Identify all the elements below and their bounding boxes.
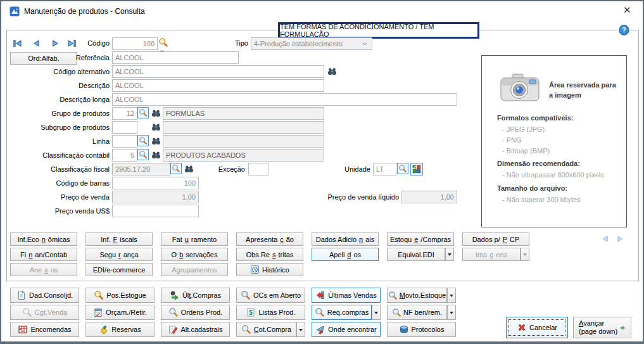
tab-apelidos[interactable]: Apelidos (312, 248, 379, 261)
clock-icon (250, 265, 260, 274)
nf-ben-rem-button[interactable]: NF ben/rem. (387, 305, 447, 320)
codigo-alternativo-field[interactable]: ÁLCOOL (112, 65, 324, 78)
close-icon[interactable]: ✕ (623, 4, 631, 16)
ordens-prod-button[interactable]: Ordens Prod. (161, 305, 230, 320)
format-item: - Bitmap (BMP) (502, 147, 550, 155)
preco-venda-usd-label: Preço venda US$ (10, 207, 110, 217)
linha-label: Linha (10, 137, 110, 148)
search-icon (94, 290, 104, 300)
linha-desc-field (163, 135, 324, 148)
format-item: - JPEG (JPG) (502, 125, 545, 133)
req-compras-button[interactable]: Req.compras (312, 305, 372, 320)
codigo-alternativo-label: Código alternativo (10, 68, 110, 78)
excecao-field[interactable] (248, 163, 268, 175)
cot-compra-button[interactable]: Cot.Compra (236, 322, 296, 337)
classificacao-fiscal-field[interactable]: 2905.17.20 (112, 163, 170, 175)
search-icon (168, 307, 179, 317)
binoculars-icon[interactable] (151, 136, 161, 148)
descricao-label: Descrição (10, 82, 110, 92)
codigo-label: Código (10, 39, 110, 49)
grupo-label: Grupo de produtos (10, 110, 110, 120)
linha-lookup-button[interactable] (137, 135, 149, 146)
codigo-lookup-icon[interactable] (158, 37, 168, 49)
preco-venda-liquido-label: Preço de venda líquido (299, 193, 399, 203)
onde-encontrar-button[interactable]: Onde encontrar (312, 322, 381, 337)
classificacao-contabil-code-field[interactable]: 5 (112, 149, 137, 162)
classificacao-fiscal-lookup-button[interactable] (170, 163, 182, 174)
descricao-longa-label: Descrição longa (10, 96, 110, 106)
listas-prod-button[interactable]: Listas Prod. (236, 305, 305, 320)
tab-historico-label: Histórico (262, 266, 289, 274)
tab-agrupamentos: Agrupamentos (161, 263, 228, 276)
cancel-button[interactable]: Cancelar (506, 317, 568, 338)
window-title: Manutenção de produtos - Consulta (24, 7, 145, 16)
tab-historico[interactable]: Histórico (236, 263, 303, 276)
dad-consolid-button[interactable]: Dad.Consolid. (10, 288, 79, 303)
dollar-icon (246, 307, 256, 317)
tab-obs-restritas[interactable]: Obs.Restritas (236, 248, 303, 261)
tab-observacoes[interactable]: Observações (161, 248, 228, 261)
binoculars-icon[interactable] (151, 150, 161, 162)
unidade-field[interactable]: LT (373, 163, 396, 175)
descricao-field[interactable]: ÁLCOOL (112, 79, 324, 92)
search-icon (392, 308, 401, 317)
search-icon (315, 307, 325, 317)
subgrupo-code-field[interactable] (112, 121, 137, 134)
equival-edi-dropdown-icon[interactable] (445, 248, 454, 261)
unit-convert-icon[interactable] (410, 163, 423, 175)
tab-inf-economicas[interactable]: Inf.Econômicas (10, 233, 77, 246)
protocolos-button[interactable]: Protocolos (387, 322, 456, 337)
tipo-select[interactable]: 4-Produção estabelecimento (251, 37, 372, 50)
tab-dados-adicionais[interactable]: Dados Adicionais (312, 233, 379, 246)
linha-code-field[interactable] (112, 135, 137, 148)
tab-seguranca[interactable]: Segurança (85, 248, 153, 261)
unidade-lookup-button[interactable] (397, 163, 408, 174)
binoculars-icon[interactable] (184, 163, 194, 175)
codigo-field[interactable]: 100 (112, 37, 158, 50)
pos-estoque-button[interactable]: Pos.Estoque (85, 288, 155, 303)
alt-cadastrais-button[interactable]: Alt.cadastrais (161, 322, 230, 337)
tab-apresentacao[interactable]: Apresentação (236, 233, 303, 246)
chevron-down-icon (360, 39, 369, 48)
advance-button[interactable]: Avançar (page down) (573, 317, 631, 338)
reservas-button[interactable]: Reservas (85, 322, 155, 337)
descricao-longa-field[interactable]: ÁLCOOL (112, 93, 457, 106)
grupo-code-field[interactable]: 12 (112, 107, 137, 120)
tab-inf-fiscais[interactable]: Inf.Fiscais (85, 233, 153, 246)
codigo-barras-field[interactable]: 100 (112, 177, 199, 189)
tab-faturamento[interactable]: Faturamento (161, 233, 228, 246)
tab-anexos: Anexos (10, 263, 77, 276)
image-prev-icon (600, 234, 610, 245)
cot-compra-dropdown-icon[interactable] (296, 322, 305, 337)
preco-venda-usd-field[interactable] (112, 205, 199, 217)
ult-compras-button[interactable]: Últ.Compras (161, 288, 230, 303)
movto-estoque-button[interactable]: Movto.Estoque (387, 288, 447, 303)
cot-venda-button: Cot.Venda (10, 305, 79, 320)
tab-edi-ecommerce[interactable]: EDI/e-commerce (85, 263, 153, 276)
nf-ben-rem-dropdown-icon[interactable] (447, 305, 456, 320)
advance-button-label: Avançar (page down) (579, 319, 617, 336)
search-icon (241, 324, 251, 334)
binoculars-icon[interactable] (151, 108, 161, 120)
tab-finan-contab[interactable]: Finan/Contab (10, 248, 77, 261)
tab-dados-pcp[interactable]: Dados p/PCP (462, 233, 529, 246)
green-advance-icon (620, 322, 626, 333)
classificacao-contabil-lookup-button[interactable] (137, 149, 149, 160)
grupo-lookup-button[interactable] (137, 107, 149, 118)
tab-estoque-compras[interactable]: Estoque/Compras (387, 233, 454, 246)
search-icon (22, 307, 32, 317)
ocs-em-aberto-button[interactable]: OCs em Aberto (236, 288, 305, 303)
binoculars-icon[interactable] (327, 66, 338, 78)
help-icon[interactable] (618, 24, 630, 37)
binoculars-icon[interactable] (151, 122, 161, 134)
referencia-field[interactable]: ÁLCOOL (112, 51, 239, 64)
encomendas-button[interactable]: Encomendas (10, 322, 79, 337)
req-compras-dropdown-icon[interactable] (372, 305, 381, 320)
size-item: - Não superar 300 kbytes (502, 196, 581, 203)
ultimas-vendas-button[interactable]: Últimas Vendas (312, 288, 381, 303)
tab-equival-edi[interactable]: Equival.EDI (387, 248, 445, 261)
movto-estoque-dropdown-icon[interactable] (447, 288, 456, 303)
orcam-retir-button[interactable]: Orçam./Retir. (85, 305, 155, 320)
search-icon (241, 290, 251, 300)
search-icon (388, 291, 398, 300)
